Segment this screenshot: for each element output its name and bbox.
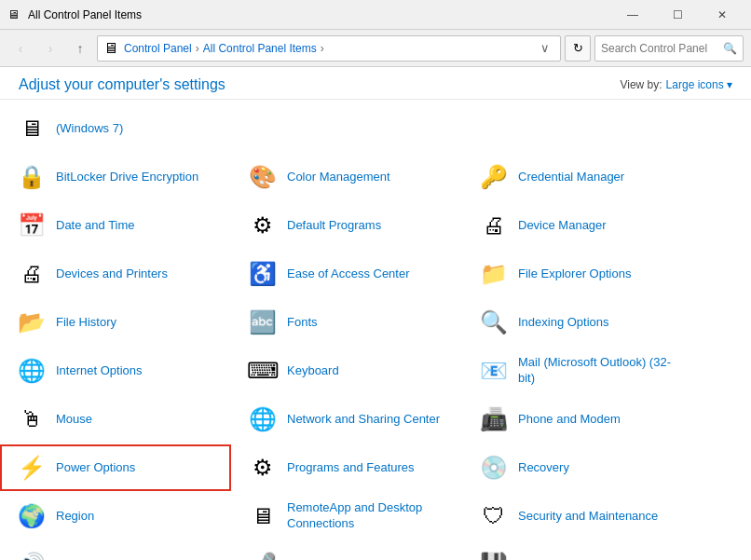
- control-panel-item[interactable]: 📂File History: [0, 299, 231, 346]
- maximize-button[interactable]: ☐: [656, 1, 699, 29]
- control-panel-item[interactable]: 🌐Network and Sharing Center: [231, 396, 462, 443]
- items-grid: 🖥(Windows 7)🔒BitLocker Drive Encryption🎨…: [0, 100, 751, 560]
- grid-row: 🖱Mouse🌐Network and Sharing Center📠Phone …: [0, 396, 751, 444]
- control-panel-item[interactable]: 💾Storage Spaces: [462, 541, 693, 560]
- view-by-label: View by:: [620, 78, 662, 91]
- control-panel-item[interactable]: ♿Ease of Access Center: [231, 251, 462, 297]
- grid-row: 🔊Sound🎤Speech Recognition💾Storage Spaces: [0, 541, 751, 560]
- search-bar[interactable]: 🔍: [594, 35, 744, 61]
- back-button[interactable]: ‹: [7, 35, 34, 61]
- close-button[interactable]: ✕: [701, 1, 744, 29]
- address-dropdown-button[interactable]: ∨: [536, 41, 554, 55]
- network-and-sharing-center-icon: 🌐: [248, 404, 278, 434]
- indexing-options-icon: 🔍: [479, 307, 509, 337]
- item-label: Devices and Printers: [56, 266, 168, 282]
- region-icon: 🌍: [17, 501, 47, 531]
- control-panel-item[interactable]: 🔍Indexing Options: [462, 299, 693, 346]
- power-options-icon: ⚡: [17, 453, 47, 483]
- programs-and-features-icon: ⚙: [248, 453, 278, 483]
- control-panel-item[interactable]: 🔑Credential Manager: [462, 154, 693, 200]
- control-panel-item[interactable]: 🌍Region: [0, 493, 231, 540]
- speech-recognition-icon: 🎤: [248, 550, 278, 560]
- control-panel-item[interactable]: 🎨Color Management: [231, 154, 462, 200]
- window-title: All Control Panel Items: [28, 8, 611, 21]
- sound-icon: 🔊: [17, 550, 47, 560]
- internet-options-icon: 🌐: [17, 356, 47, 386]
- grid-row: 🌍Region🖥RemoteApp and Desktop Connection…: [0, 493, 751, 541]
- control-panel-item[interactable]: ⚙Default Programs: [231, 202, 462, 249]
- item-label: (Windows 7): [56, 121, 123, 137]
- item-label: Date and Time: [56, 218, 135, 234]
- content-header: Adjust your computer's settings View by:…: [0, 67, 751, 100]
- item-label: Keyboard: [287, 363, 339, 379]
- control-panel-item[interactable]: ⚙Programs and Features: [231, 444, 462, 491]
- control-panel-item[interactable]: 🎤Speech Recognition: [231, 541, 462, 560]
- credential-manager-icon: 🔑: [479, 162, 509, 192]
- control-panel-item[interactable]: 💿Recovery: [462, 444, 693, 491]
- control-panel-item[interactable]: 📅Date and Time: [0, 202, 231, 249]
- control-panel-item[interactable]: 📧Mail (Microsoft Outlook) (32-bit): [462, 348, 693, 394]
- control-panel-item[interactable]: 🔊Sound: [0, 541, 231, 560]
- main-area: Adjust your computer's settings View by:…: [0, 67, 751, 560]
- up-button[interactable]: ↑: [67, 35, 93, 61]
- item-label: Phone and Modem: [518, 412, 621, 428]
- item-label: Power Options: [56, 460, 135, 476]
- control-panel-item[interactable]: 🖥RemoteApp and Desktop Connections: [231, 493, 462, 540]
- recovery-icon: 💿: [479, 453, 509, 483]
- control-panel-item[interactable]: 🖥(Windows 7): [0, 105, 231, 152]
- item-label: Indexing Options: [518, 315, 609, 331]
- forward-button[interactable]: ›: [37, 35, 63, 61]
- view-by-control: View by: Large icons ▾: [620, 78, 732, 91]
- control-panel-item[interactable]: 🔒BitLocker Drive Encryption: [0, 154, 231, 200]
- item-label: File History: [56, 315, 116, 331]
- control-panel-item[interactable]: ⚡Power Options: [0, 444, 231, 491]
- control-panel-item[interactable]: 🛡Security and Maintenance: [462, 493, 693, 540]
- app-icon: 🖥: [7, 7, 22, 22]
- item-label: Default Programs: [287, 218, 381, 234]
- item-label: Security and Maintenance: [518, 509, 658, 525]
- device-manager-icon: 🖨: [479, 211, 509, 240]
- control-panel-item[interactable]: 🖨Devices and Printers: [0, 251, 231, 297]
- breadcrumb-control-panel[interactable]: Control Panel: [124, 42, 192, 55]
- control-panel-item[interactable]: 🌐Internet Options: [0, 348, 231, 394]
- minimize-button[interactable]: —: [611, 1, 654, 29]
- breadcrumb-all-items[interactable]: All Control Panel Items: [203, 42, 317, 55]
- mouse-icon: 🖱: [17, 404, 47, 434]
- item-label: Credential Manager: [518, 170, 624, 185]
- item-label: Internet Options: [56, 363, 143, 379]
- mail-(microsoft-outlook)-(32-bit)-icon: 📧: [479, 356, 509, 386]
- control-panel-item[interactable]: 📁File Explorer Options: [462, 251, 693, 297]
- grid-row: ⚡Power Options⚙Programs and Features💿Rec…: [0, 444, 751, 493]
- refresh-button[interactable]: ↻: [565, 35, 591, 61]
- color-management-icon: 🎨: [248, 162, 278, 192]
- control-panel-item[interactable]: 🖨Device Manager: [462, 202, 693, 249]
- bitlocker-drive-encryption-icon: 🔒: [17, 162, 47, 192]
- grid-row: 📂File History🔤Fonts🔍Indexing Options: [0, 299, 751, 348]
- item-label: BitLocker Drive Encryption: [56, 170, 198, 185]
- item-label: Sound: [56, 557, 91, 560]
- view-by-value[interactable]: Large icons ▾: [666, 78, 732, 91]
- control-panel-item[interactable]: 📠Phone and Modem: [462, 396, 693, 443]
- address-icon: 🖥: [103, 40, 118, 57]
- default-programs-icon: ⚙: [248, 211, 278, 240]
- item-label: Programs and Features: [287, 460, 415, 476]
- item-label: Storage Spaces: [518, 557, 605, 560]
- item-label: Region: [56, 509, 94, 525]
- control-panel-item[interactable]: 🔤Fonts: [231, 299, 462, 346]
- page-title: Adjust your computer's settings: [19, 76, 225, 93]
- grid-row: 🌐Internet Options⌨Keyboard📧Mail (Microso…: [0, 348, 751, 396]
- control-panel-item[interactable]: 🖱Mouse: [0, 396, 231, 443]
- date-and-time-icon: 📅: [17, 211, 47, 240]
- control-panel-item[interactable]: ⌨Keyboard: [231, 348, 462, 394]
- item-label: File Explorer Options: [518, 266, 631, 282]
- title-bar: 🖥 All Control Panel Items — ☐ ✕: [0, 0, 751, 30]
- item-label: Ease of Access Center: [287, 266, 410, 282]
- address-bar[interactable]: 🖥 Control Panel › All Control Panel Item…: [97, 35, 561, 61]
- nav-bar: ‹ › ↑ 🖥 Control Panel › All Control Pane…: [0, 30, 751, 67]
- grid-row: 📅Date and Time⚙Default Programs🖨Device M…: [0, 202, 751, 251]
- grid-row: 🖥(Windows 7): [0, 105, 751, 154]
- search-input[interactable]: [601, 42, 723, 55]
- item-label: Fonts: [287, 315, 318, 331]
- file-explorer-options-icon: 📁: [479, 259, 509, 289]
- (windows-7)-icon: 🖥: [17, 114, 47, 143]
